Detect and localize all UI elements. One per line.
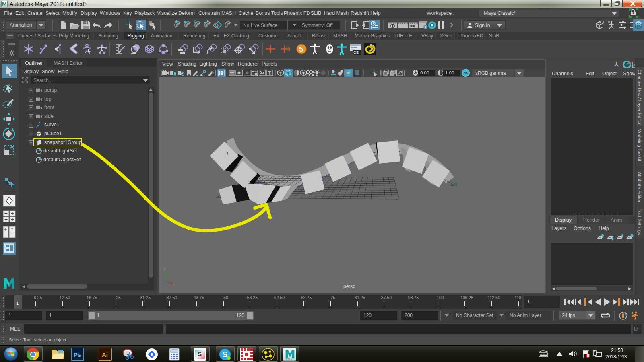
svg-text:y: y (164, 267, 166, 271)
svg-text:5: 5 (299, 45, 303, 53)
svg-text:GE: GE (353, 51, 359, 55)
svg-text:IPR: IPR (410, 25, 415, 28)
svg-text:persp: persp (343, 284, 355, 289)
svg-text:x: x (172, 283, 174, 287)
svg-text:120: 120 (450, 182, 457, 187)
svg-text:1: 1 (226, 151, 229, 156)
